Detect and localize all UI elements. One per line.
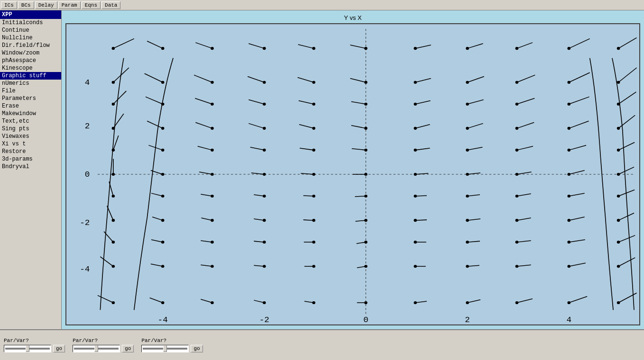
plot-inner[interactable]: -4 -2 0 2 4 4 2 0 -2 -4 (65, 23, 640, 325)
param-controls-2: go (73, 345, 134, 352)
param-group-1: Par/Var? go (4, 338, 65, 352)
svg-text:2: 2 (85, 122, 90, 130)
param-slider-3[interactable] (143, 348, 187, 350)
param-slider-box-1 (4, 345, 51, 352)
svg-line-224 (415, 196, 427, 196)
svg-point-75 (567, 127, 570, 130)
plot-svg: -4 -2 0 2 4 4 2 0 -2 -4 (66, 24, 639, 324)
param-slider-1[interactable] (5, 348, 50, 350)
svg-text:-4: -4 (158, 315, 168, 324)
sidebar-item-5[interactable]: phAsespace (0, 57, 61, 64)
svg-line-110 (304, 220, 314, 220)
sidebar-item-11[interactable]: Erase (0, 102, 61, 110)
sidebar-title: XPP (0, 10, 61, 19)
svg-line-114 (415, 220, 427, 220)
svg-line-222 (355, 196, 366, 197)
sidebar-item-9[interactable]: File (0, 87, 61, 95)
param-go-btn-3[interactable]: go (191, 345, 202, 352)
sidebar-item-10[interactable]: Parameters (0, 95, 61, 102)
toolbar: ICs BCs Delay Param Eqns Data (0, 0, 644, 10)
bottom-bar: Par/Var? go Par/Var? go Par/Var? go (0, 329, 644, 360)
sidebar-item-3[interactable]: Dir.field/flow (0, 42, 61, 49)
toolbar-btn-param[interactable]: Param (58, 1, 81, 9)
plot-container: Y vs X -4 -2 0 2 4 (62, 10, 644, 329)
svg-point-13 (112, 47, 115, 50)
sidebar-item-18[interactable]: 3d-params (0, 155, 61, 163)
sidebar-item-12[interactable]: Makewindow (0, 110, 61, 117)
param-go-btn-1[interactable]: go (53, 345, 65, 352)
sidebar-item-14[interactable]: Sing pts (0, 125, 61, 133)
param-group-3: Par/Var? go (141, 338, 202, 352)
sidebar-item-8[interactable]: nUmerics (0, 80, 61, 87)
sidebar-item-7[interactable]: Graphic stuff (0, 72, 61, 80)
sidebar-item-16[interactable]: Xi vs t (0, 140, 61, 148)
param-controls-3: go (141, 345, 202, 352)
svg-point-29 (515, 47, 519, 50)
svg-point-51 (515, 81, 519, 84)
toolbar-btn-ics[interactable]: ICs (1, 1, 17, 9)
sidebar-item-1[interactable]: Continue (0, 27, 61, 34)
svg-point-53 (567, 81, 570, 84)
sidebar-item-17[interactable]: Restore (0, 148, 61, 155)
toolbar-btn-delay[interactable]: Delay (35, 1, 57, 9)
sidebar: XPP InitialcondsContinueNullclineDir.fie… (0, 10, 62, 329)
param-slider-2[interactable] (74, 348, 119, 350)
main-area: XPP InitialcondsContinueNullclineDir.fie… (0, 10, 644, 329)
param-group-2: Par/Var? go (73, 338, 134, 352)
svg-text:0: 0 (363, 315, 368, 324)
toolbar-btn-data[interactable]: Data (101, 1, 120, 9)
svg-text:0: 0 (85, 171, 90, 179)
sidebar-item-19[interactable]: Bndryval (0, 163, 61, 171)
svg-text:4: 4 (85, 78, 90, 87)
svg-text:2: 2 (465, 315, 470, 324)
svg-point-39 (211, 81, 214, 84)
param-go-btn-2[interactable]: go (122, 345, 134, 352)
svg-point-31 (567, 47, 570, 50)
svg-point-59 (161, 127, 165, 130)
svg-point-143 (617, 265, 620, 268)
svg-text:-2: -2 (259, 315, 269, 324)
svg-text:4: 4 (566, 315, 571, 324)
svg-point-37 (161, 81, 165, 84)
svg-text:-4: -4 (80, 265, 90, 273)
param-label-2: Par/Var? (73, 338, 134, 343)
toolbar-btn-eqns[interactable]: Eqns (82, 1, 101, 9)
param-label-1: Par/Var? (4, 338, 65, 343)
sidebar-items: InitialcondsContinueNullclineDir.field/f… (0, 19, 61, 171)
sidebar-item-2[interactable]: Nullcline (0, 34, 61, 42)
sidebar-item-6[interactable]: Kinescope (0, 64, 61, 72)
sidebar-item-4[interactable]: Window/zoom (0, 49, 61, 57)
plot-title: Y vs X (344, 14, 361, 21)
param-slider-box-3 (141, 345, 189, 352)
svg-line-220 (304, 196, 314, 196)
param-controls-1: go (4, 345, 65, 352)
sidebar-item-0[interactable]: Initialconds (0, 19, 61, 27)
toolbar-btn-bcs[interactable]: BCs (18, 1, 34, 9)
param-slider-box-2 (73, 345, 120, 352)
param-label-3: Par/Var? (141, 338, 202, 343)
svg-text:-2: -2 (80, 219, 90, 227)
sidebar-item-15[interactable]: Viewaxes (0, 133, 61, 140)
sidebar-item-13[interactable]: Text,etc (0, 117, 61, 125)
svg-point-15 (161, 47, 165, 50)
